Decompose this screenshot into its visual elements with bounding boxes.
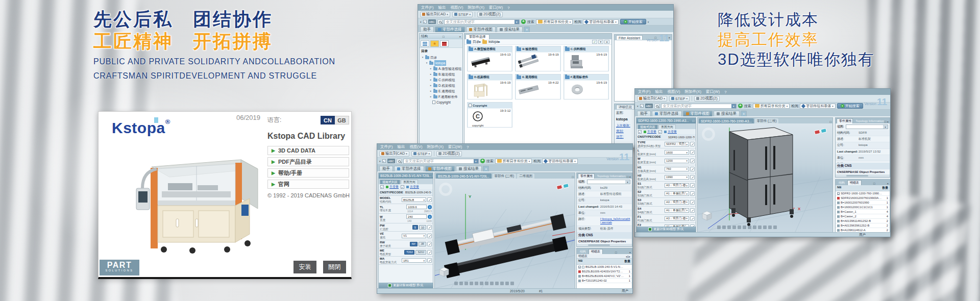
bom-row[interactable]: B=BS25LB1009.4240'V1','V2','V3','V4','V5…	[577, 274, 632, 279]
abc-toggle[interactable]: ABC	[428, 19, 436, 24]
menu-output[interactable]: 输出	[655, 89, 663, 94]
rw-option[interactable]: JR	[419, 242, 426, 246]
expand-icon[interactable]	[837, 192, 840, 195]
s1-select[interactable]: A3：双开门-透明亚克▾	[665, 183, 689, 188]
sub-variable-checkbox[interactable]: ✓	[658, 130, 662, 134]
step-format-button[interactable]: STEP▾	[452, 12, 473, 17]
part-number-tab[interactable]: BS25LB-1009-240-5-V1-NY-T20L..	[380, 174, 432, 178]
edit-icon[interactable]	[427, 250, 432, 255]
update-model-button[interactable]: 更新计算3D模型 开/关	[636, 227, 696, 232]
chevron-down-icon[interactable]: ▾	[648, 20, 649, 23]
dock-icon[interactable]: □	[433, 174, 433, 178]
search-checkbox[interactable]: ✓	[640, 104, 644, 108]
abc-toggle[interactable]: ABC	[645, 104, 653, 108]
search-input[interactable]: 全文搜索的关键字▾	[444, 19, 520, 24]
part-selection-tab[interactable]: 零部件选择	[465, 34, 489, 39]
tab-part-selection[interactable]: 零部件选择	[394, 166, 424, 171]
pw-option[interactable]: 10	[419, 225, 426, 230]
subtab-view-direction[interactable]: 查图方向	[658, 124, 676, 129]
f1-select[interactable]: A3：双开门-透明亚克▾	[665, 216, 689, 221]
tab-part-selection[interactable]: 零部件选择	[435, 27, 465, 32]
viewport-canvas[interactable]: X	[698, 123, 832, 232]
edit-icon[interactable]	[427, 234, 432, 238]
model-select[interactable]: BS25LB▾	[402, 197, 426, 202]
tab-part-view[interactable]: 零部件视图	[425, 166, 455, 171]
edit-icon[interactable]	[427, 225, 432, 230]
history-calendar-button[interactable]	[440, 40, 449, 47]
dock-icon[interactable]: □	[443, 35, 445, 38]
magnifier-icon[interactable]	[397, 159, 402, 164]
step-format-button[interactable]: STEP▾	[411, 151, 432, 157]
chevron-down-icon[interactable]: ▾	[474, 159, 478, 163]
viewport-3d[interactable]: SDFR2-1600-1200-760-1990-A3... 零部件 (三维) …	[697, 117, 833, 233]
tab-add[interactable]: +	[524, 27, 530, 32]
length-input[interactable]: 1009.6	[406, 205, 427, 209]
bom-row[interactable]: BS25LB1009.4240SV1NYT20J1R1S1	[577, 269, 632, 274]
filter-assistant-tab[interactable]: Filter Assistant	[616, 35, 643, 40]
export-cad-button[interactable]: 输出到CAD▾	[420, 12, 450, 17]
viewport-toolbar[interactable]	[454, 282, 514, 285]
sub-variable-link[interactable]: 次变量	[406, 185, 419, 189]
search-scope2-select[interactable]: 零部件组和单体▾	[800, 104, 836, 109]
menu-output[interactable]: 输出	[438, 5, 446, 10]
search-checkbox[interactable]: ✓	[382, 159, 386, 163]
search-scope2-select[interactable]: 零部件组和单体▾	[542, 159, 578, 164]
breadcrumb-vendor[interactable]: kstopa▸	[488, 40, 500, 44]
topology-tab[interactable]: Topology Information	[595, 173, 626, 179]
edit-icon[interactable]	[427, 242, 432, 246]
bom-tab[interactable]: 明细表	[589, 249, 603, 254]
edit-icon[interactable]	[427, 258, 432, 263]
view-cube[interactable]	[702, 211, 712, 221]
part-card-f[interactable]: F.通用标准件 19-6-19	[564, 74, 609, 99]
edit-icon[interactable]	[690, 191, 695, 196]
bom-row[interactable]: B=Caster_24	[836, 214, 890, 219]
2d-view-button[interactable]: 2D视图(2)	[694, 96, 720, 102]
edit-icon[interactable]	[690, 150, 695, 155]
menu-file[interactable]: 文件(F)	[421, 5, 434, 10]
chevron-down-icon[interactable]: ▾	[514, 20, 519, 24]
menu-window[interactable]: 窗口(W)	[448, 144, 462, 149]
bom-row[interactable]: B=16001200C1C1C1C11	[836, 205, 890, 210]
breadcrumb-root[interactable]: 目录▸	[473, 40, 481, 44]
pw-option-selected[interactable]: 5	[412, 225, 418, 230]
menu-window[interactable]: 窗口(W)	[489, 5, 503, 10]
me-option-selected[interactable]: T20J	[404, 250, 414, 255]
menu-view[interactable]: 视图(V)	[668, 89, 680, 94]
menu-3d-cad-data[interactable]: ▶ 3D CAD DATA	[267, 146, 349, 155]
edit-icon[interactable]	[690, 175, 695, 180]
start-search-button[interactable]: +开始搜索	[620, 19, 646, 24]
export-cad-button[interactable]: 输出到CAD▾	[379, 151, 409, 157]
edit-icon[interactable]	[690, 216, 695, 221]
details-tab[interactable]: 详细信息	[616, 105, 634, 109]
viewport-part-tab[interactable]: BS25LB-1009-240-5-V1-NY-T20L..	[436, 173, 492, 179]
collapse-icon[interactable]: ▾	[420, 20, 422, 23]
dock-icon[interactable]: □	[572, 175, 574, 179]
search-scope-select[interactable]: 所有目录和分类▾	[753, 104, 790, 109]
row-checkbox[interactable]	[582, 266, 584, 268]
part-card-c[interactable]: C.供料模组 19-6-19	[564, 46, 609, 71]
subtab-spec-list[interactable]: 规格式列表	[380, 180, 400, 184]
tab-part-selection[interactable]: 零部件选择	[652, 111, 682, 116]
main-variable-link[interactable]: 主变量	[386, 185, 399, 189]
edit-icon[interactable]	[690, 142, 695, 146]
bom-row[interactable]: B=Caster_14	[836, 210, 890, 214]
menu-window[interactable]: 窗口(W)	[706, 89, 720, 94]
menu-output[interactable]: 输出	[398, 144, 405, 149]
3d-glasses-icon[interactable]	[814, 129, 827, 135]
tree-node-category[interactable]: ▸E.通用模组	[421, 88, 462, 94]
topology-tab[interactable]: Topology Information	[853, 118, 884, 123]
info-icon[interactable]: i	[428, 215, 432, 219]
sub-variable-checkbox[interactable]: ✓	[401, 185, 404, 189]
info-icon[interactable]: i	[428, 205, 432, 209]
catalog-layers-button[interactable]	[421, 40, 429, 47]
edit-icon[interactable]	[690, 224, 695, 227]
collapse-icon[interactable]: ▾	[379, 160, 381, 163]
tree-node-category[interactable]: ▸B.输送模组	[421, 71, 462, 77]
tab-search-results[interactable]: 搜索结果	[456, 166, 482, 171]
copyright-card[interactable]: Copyright 19-3-12 C copyright	[467, 102, 512, 128]
part-card-a[interactable]: A.微型输送模组 19-6-13	[467, 46, 512, 71]
main-variable-checkbox[interactable]: ✓	[380, 185, 384, 189]
s4-select[interactable]: A1：单侧右开门-透明▾	[665, 208, 689, 213]
h2-select[interactable]: 1990▾	[665, 175, 689, 180]
bom-row[interactable]: B=T20J1R1240-021	[577, 279, 632, 283]
